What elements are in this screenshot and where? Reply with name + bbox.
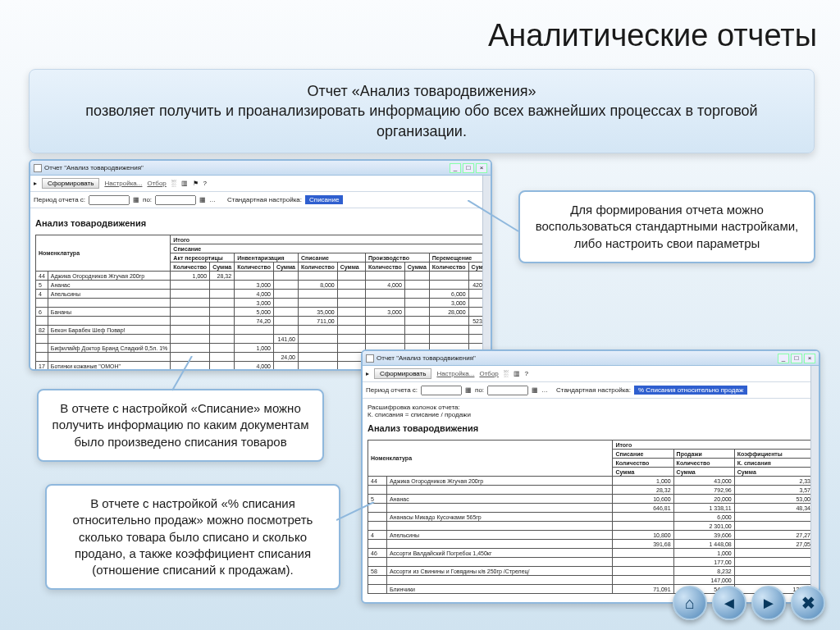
period-from-input[interactable]	[89, 195, 130, 205]
calendar-icon[interactable]: ▦	[199, 196, 206, 203]
intro-panel: Отчет «Анализ товародвижения» позволяет …	[29, 69, 815, 153]
window-title: Отчет "Анализ товародвижения"	[377, 354, 476, 362]
filter-bar: Период отчета с: ▦ по: ▦ … Стандартная н…	[30, 192, 491, 208]
period-from-input[interactable]	[421, 386, 462, 395]
slide-nav: ⌂ ◄ ► ✖	[673, 586, 825, 620]
report-window-percent: Отчет "Анализ товародвижения" _ □ × ▸ Сф…	[361, 349, 820, 604]
report-heading: Анализ товародвижения	[35, 218, 486, 228]
minimize-icon[interactable]: _	[778, 354, 789, 363]
window-titlebar: Отчет "Анализ товародвижения" _ □ ×	[30, 161, 491, 176]
toolbar-icon[interactable]: ▥	[514, 370, 520, 377]
filter-link[interactable]: Отбор	[147, 180, 166, 187]
std-setting-label: Стандартная настройка:	[227, 196, 302, 203]
nav-close-button[interactable]: ✖	[791, 586, 825, 620]
filter-bar: Период отчета с: ▦ по: ▦ … Стандартная н…	[363, 382, 819, 399]
doc-icon	[366, 354, 374, 363]
settings-link[interactable]: Настройка...	[104, 180, 142, 187]
ellipsis-icon[interactable]: …	[541, 386, 548, 394]
toolbar-triangle-icon[interactable]: ▸	[366, 370, 369, 377]
help-icon[interactable]: ?	[203, 180, 207, 187]
nav-next-button[interactable]: ►	[751, 586, 786, 620]
std-setting-label: Стандартная настройка:	[556, 386, 631, 394]
intro-line-1: Отчет «Анализ товародвижения»	[44, 81, 799, 101]
toolbar: ▸ Сформировать Настройка... Отбор ░ ▥ ⚑ …	[30, 176, 491, 192]
window-titlebar: Отчет "Анализ товародвижения" _ □ ×	[363, 351, 819, 366]
callout-standard-settings: Для формирования отчета можно воспользов…	[518, 190, 815, 263]
slide-title: Аналитические отчеты	[488, 18, 817, 53]
period-to-label: по:	[143, 196, 152, 203]
callout-percent: В отчете с настройкой «% списания относи…	[45, 484, 340, 590]
intro-line-2: позволяет получить и проанализировать ин…	[44, 101, 799, 141]
toolbar-icon[interactable]: ▥	[181, 180, 188, 187]
std-setting-value[interactable]: Списание	[305, 195, 343, 204]
maximize-icon[interactable]: □	[463, 163, 474, 173]
help-icon[interactable]: ?	[525, 370, 528, 377]
maximize-icon[interactable]: □	[791, 354, 802, 363]
calendar-icon[interactable]: ▦	[133, 196, 139, 203]
period-to-label: по:	[475, 386, 484, 394]
scrollbar[interactable]	[810, 366, 819, 602]
calendar-icon[interactable]: ▦	[465, 386, 472, 394]
scrollbar[interactable]	[482, 176, 491, 369]
period-label: Период отчета с:	[366, 386, 418, 394]
nav-prev-button[interactable]: ◄	[712, 586, 746, 620]
period-label: Период отчета с:	[34, 196, 85, 203]
toolbar-icon[interactable]: ░	[171, 180, 176, 187]
std-setting-value[interactable]: % Списания относительно продаж	[634, 386, 747, 395]
minimize-icon[interactable]: _	[450, 163, 461, 173]
close-icon[interactable]: ×	[476, 163, 487, 173]
decode-formula: К. списания = списание / продажи	[368, 411, 814, 418]
doc-icon	[34, 164, 42, 172]
report-table: НоменклатураИтогоСписаниеПродажиКоэффици…	[368, 440, 814, 594]
close-icon[interactable]: ×	[804, 354, 815, 363]
report-window-spisanie: Отчет "Анализ товародвижения" _ □ × ▸ Сф…	[29, 159, 492, 371]
report-heading: Анализ товародвижения	[368, 423, 814, 433]
calendar-icon[interactable]: ▦	[532, 386, 538, 394]
report-body: Анализ товародвижения НоменклатураИтогоС…	[30, 208, 491, 371]
callout-spisanie: В отчете с настройкой «Списание» можно п…	[37, 389, 324, 462]
toolbar: ▸ Сформировать Настройка... Отбор ░ ▥ ?	[363, 366, 819, 382]
toolbar-icon[interactable]: ⚑	[193, 180, 199, 187]
nav-home-button[interactable]: ⌂	[673, 586, 707, 620]
decode-heading: Расшифровка колонок отчета:	[368, 404, 814, 411]
period-to-input[interactable]	[155, 195, 196, 205]
toolbar-triangle-icon[interactable]: ▸	[34, 180, 37, 187]
period-to-input[interactable]	[487, 386, 528, 395]
filter-link[interactable]: Отбор	[479, 370, 498, 377]
toolbar-icon[interactable]: ░	[504, 370, 509, 377]
run-button[interactable]: Сформировать	[374, 368, 431, 379]
settings-link[interactable]: Настройка...	[436, 370, 474, 377]
ellipsis-icon[interactable]: …	[209, 196, 216, 203]
window-title: Отчет "Анализ товародвижения"	[44, 164, 144, 171]
report-body: Расшифровка колонок отчета: К. списания …	[363, 399, 819, 599]
run-button[interactable]: Сформировать	[42, 178, 99, 189]
